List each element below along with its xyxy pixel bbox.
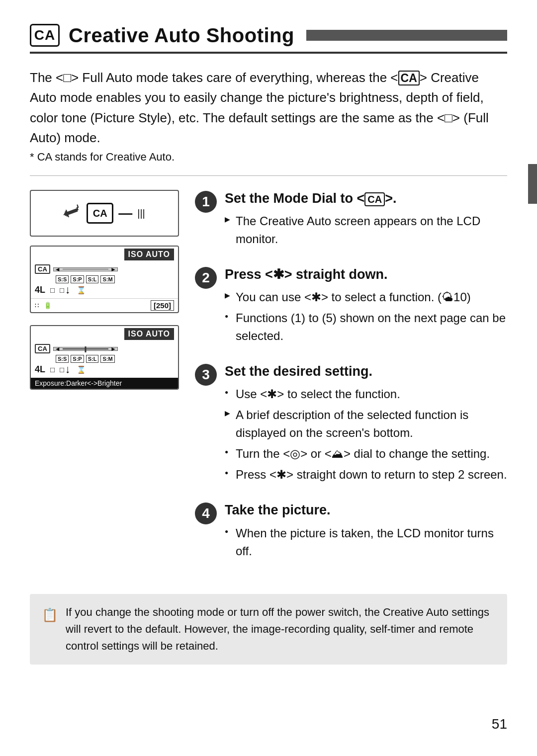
lcd-footer-1: ∷ 🔋 [250]: [31, 298, 178, 312]
right-accent: [528, 164, 537, 204]
dial-area: ⮨ CA — |||: [64, 203, 145, 224]
step-4-number: 4: [195, 503, 217, 524]
step-3-heading: Set the desired setting.: [225, 363, 507, 380]
step-2-content: Press <✱> straight down. You can use <✱>…: [225, 266, 507, 348]
step-2-number: 2: [195, 267, 217, 289]
step-3-list: Use <✱> to select the function. A brief …: [225, 385, 507, 484]
style-s: S:S: [56, 275, 69, 283]
lcd-slider-2: ◄ ►: [53, 347, 118, 351]
lcd-drive-2c: ⌛: [77, 365, 86, 374]
style-s2: S:S: [56, 355, 69, 363]
page-number: 51: [492, 716, 507, 732]
lcd-drive-icon-timer: ⌛: [77, 286, 86, 295]
left-column: ⮨ CA — ||| ISO AUTO CA ◄: [30, 190, 179, 578]
lcd-exposure-bar: Exposure:Darker<->Brighter: [31, 378, 178, 389]
lcd-styles-row-2: S:S S:P S:L S:M: [35, 355, 174, 363]
step-4: 4 Take the picture. When the picture is …: [195, 502, 507, 563]
right-column: 1 Set the Mode Dial to <CA>. The Creativ…: [195, 190, 507, 578]
lcd-drive-2: □: [50, 365, 55, 374]
header-bar-decoration: [306, 30, 507, 41]
lcd-ca-label-1: CA: [35, 264, 50, 274]
section-divider: [30, 175, 507, 176]
lcd-row-1: CA ◄ ►: [35, 264, 174, 274]
page-title: Creative Auto Shooting: [69, 24, 294, 47]
step-1-item-1: The Creative Auto screen appears on the …: [225, 212, 507, 248]
lcd-grid-icon: ∷: [35, 302, 39, 309]
lcd-bottom-row-1: 4L □ □⭣ ⌛: [35, 285, 174, 295]
step-1-list: The Creative Auto screen appears on the …: [225, 212, 507, 248]
step-2-list: You can use <✱> to select a function. (🌤…: [225, 288, 507, 345]
step-4-list: When the picture is taken, the LCD monit…: [225, 524, 507, 560]
lcd-drive-2b: □⭣: [60, 365, 72, 374]
iso-badge-1: ISO AUTO: [124, 249, 174, 260]
step-1-content: Set the Mode Dial to <CA>. The Creative …: [225, 190, 507, 251]
lcd-row-2a: CA ◄ ►: [35, 344, 174, 353]
step-4-item-1: When the picture is taken, the LCD monit…: [225, 524, 507, 560]
ca-badge: CA: [30, 24, 60, 47]
step-1-heading: Set the Mode Dial to <CA>.: [225, 190, 507, 207]
style-m2: S:M: [100, 355, 114, 363]
lcd-bottom-row-2: 4L □ □⭣ ⌛: [35, 364, 174, 375]
lcd-ca-label-2: CA: [35, 344, 50, 353]
lcd-top-row-1: ISO AUTO: [31, 247, 178, 262]
intro-paragraph: The <□> Full Auto mode takes care of eve…: [30, 68, 507, 148]
camera-top: ⮨ CA — |||: [31, 191, 178, 236]
note-box: 📋 If you change the shooting mode or tur…: [30, 594, 507, 665]
step-3-item-3: Turn the <◎> or <⛰> dial to change the s…: [225, 445, 507, 463]
main-content: ⮨ CA — ||| ISO AUTO CA ◄: [30, 190, 507, 578]
style-l2: S:L: [86, 355, 99, 363]
lcd-styles-row-1: S:S S:P S:L S:M: [35, 275, 174, 283]
lcd-shutter-value: [250]: [151, 300, 174, 311]
dial-lines-left: ⮨: [61, 200, 85, 226]
step-4-content: Take the picture. When the picture is ta…: [225, 502, 507, 563]
lcd-size-label-1: 4L: [35, 285, 45, 295]
dial-dash: —: [118, 205, 132, 221]
lcd-drive-icon-single: □: [50, 286, 55, 294]
style-l: S:L: [86, 275, 99, 283]
note-text: If you change the shooting mode or turn …: [66, 604, 495, 655]
lcd-drive-icon-cont: □⭣: [60, 286, 72, 294]
style-m: S:M: [100, 275, 114, 283]
step-2-item-2: Functions (1) to (5) shown on the next p…: [225, 309, 507, 345]
iso-badge-2: ISO AUTO: [124, 328, 174, 340]
step-1-number: 1: [195, 191, 217, 213]
step-2-heading: Press <✱> straight down.: [225, 266, 507, 283]
lcd-top-row-2: ISO AUTO: [31, 326, 178, 342]
lcd-size-label-2: 4L: [35, 364, 45, 375]
ca-note: * CA stands for Creative Auto.: [30, 151, 507, 164]
step-3: 3 Set the desired setting. Use <✱> to se…: [195, 363, 507, 487]
step-3-number: 3: [195, 364, 217, 386]
style-p2: S:P: [71, 355, 84, 363]
lcd-body-1: CA ◄ ► S:S S:P S:L S:M 4L: [31, 262, 178, 298]
lcd-slider-exposure: ◄ ►: [53, 267, 118, 271]
dial-line1: |||: [137, 208, 145, 219]
page-header: CA Creative Auto Shooting: [30, 24, 507, 54]
lcd-screen-1: ISO AUTO CA ◄ ► S:S S:P S:L: [30, 246, 179, 313]
camera-dial-image: ⮨ CA — |||: [30, 190, 179, 237]
step-3-item-1: Use <✱> to select the function.: [225, 385, 507, 403]
style-p: S:P: [71, 275, 84, 283]
lcd-battery-icon: 🔋: [44, 302, 52, 309]
step-3-item-4: Press <✱> straight down to return to ste…: [225, 466, 507, 484]
step-3-content: Set the desired setting. Use <✱> to sele…: [225, 363, 507, 487]
step-1: 1 Set the Mode Dial to <CA>. The Creativ…: [195, 190, 507, 251]
lcd-body-2: CA ◄ ► S:S S:P S:L S:M: [31, 342, 178, 378]
dial-ca-box: CA: [87, 203, 113, 224]
step-2-item-1: You can use <✱> to select a function. (🌤…: [225, 288, 507, 306]
lcd-screen-2: ISO AUTO CA ◄ ► S:S: [30, 325, 179, 390]
step-4-heading: Take the picture.: [225, 502, 507, 519]
note-icon: 📋: [42, 605, 58, 625]
step-2: 2 Press <✱> straight down. You can use <…: [195, 266, 507, 348]
step-3-item-2: A brief description of the selected func…: [225, 406, 507, 442]
